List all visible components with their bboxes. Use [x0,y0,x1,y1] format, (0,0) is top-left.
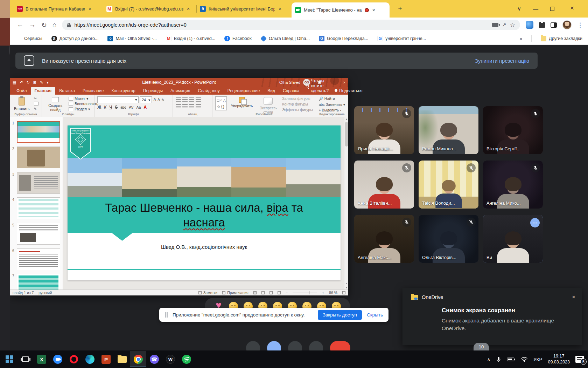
taskbar-chrome-active[interactable] [130,351,146,367]
tab-close-icon[interactable]: × [89,6,91,12]
account-name[interactable]: Olha Shved [279,80,300,84]
extensions-puzzle-icon[interactable] [539,22,545,28]
taskbar-w-app[interactable]: W [162,351,178,367]
font-size-box[interactable]: 24▾ [140,96,152,103]
taskbar-edge[interactable] [82,351,98,367]
participants-count-badge[interactable]: 10 [474,343,489,350]
tab-view[interactable]: Вид [264,87,279,95]
tile-options-icon[interactable]: ⋯ [530,218,540,227]
char-spacing-button[interactable]: AV [129,105,133,109]
layout-button[interactable]: Макет▾ [69,96,98,101]
bookmark-outlook-mail[interactable]: o Mail - Olha Shved -... [107,36,156,41]
reading-view-icon[interactable] [270,291,273,294]
cut-icon[interactable]: ✂ [34,96,38,100]
tray-wifi-icon[interactable] [521,357,528,362]
account-avatar[interactable]: OS [303,79,310,86]
find-button[interactable]: 🔎 Найти [319,96,345,101]
section-button[interactable]: Раздел▾ [69,107,98,111]
ppt-close-button[interactable]: × [343,80,345,84]
toast-close-icon[interactable]: × [572,294,575,301]
shapes-gallery[interactable]: □○△◇▭ ☆{}⌒~ [215,96,227,110]
change-case-button[interactable]: Aa [136,105,141,109]
tab-animations[interactable]: Анимация [167,87,194,95]
bookmark-star-icon[interactable]: ☆ [510,21,515,29]
line-spacing-icon[interactable] [196,97,201,102]
slide-thumbnail-6[interactable] [17,248,60,270]
indent-icon[interactable] [189,97,194,102]
scroll-up-icon[interactable]: ▲ [344,118,349,120]
underline-button[interactable]: Ч [109,105,112,110]
new-tab-button[interactable]: + [396,4,405,13]
bookmark-university[interactable]: G університет грінче... [377,36,426,41]
shape-fill-button[interactable]: Заливка фигуры [282,96,313,101]
zoom-level[interactable]: 86 % [329,291,337,295]
tab-slideshow[interactable]: Слайд-шоу [194,87,223,95]
self-tile[interactable]: ⋯ Ви [483,215,543,263]
action-center-icon[interactable]: 5 [575,356,584,363]
zoom-slider[interactable] [293,293,317,293]
paste-button[interactable]: Вставить [13,96,31,111]
tray-expand-icon[interactable]: ∧ [487,357,490,362]
other-bookmarks[interactable]: Другие закладки [541,36,582,41]
bookmark-facebook[interactable]: f Facebook [224,36,252,41]
bookmark-gmail-inbox[interactable]: M Вхідні (1) - o.shved... [166,36,215,41]
participant-tile[interactable]: Ольга Вікторів... [419,215,478,263]
arrange-button[interactable]: Упорядочить [230,96,254,109]
tab-gmail[interactable]: M Вхідні (7) - o.shved@kubg.edu.ua × [103,0,195,18]
meet-control-button[interactable] [288,341,302,350]
bookmark-services[interactable]: Сервисы [16,36,42,41]
language-indicator[interactable]: русский [38,291,52,295]
window-maximize-button[interactable] [550,7,554,11]
slide-thumbnail-5[interactable] [17,223,60,245]
undo-icon[interactable]: ↶ [20,80,23,85]
share-page-icon[interactable]: ↗ [502,22,506,28]
redo-icon[interactable]: ↻ [27,80,30,85]
zoom-in-icon[interactable]: + [322,291,324,295]
align-center-icon[interactable] [182,104,188,109]
meet-control-button[interactable] [309,341,323,350]
slide-canvas[interactable]: Київський університет імені Бориса Грінч… [63,117,344,289]
tab-meet-active[interactable]: Meet: "Тарас Шевченко - на × [292,2,390,18]
format-painter-icon[interactable]: ✎ [34,107,38,111]
comments-button[interactable]: Примечания [222,291,248,295]
tab-draw[interactable]: Рисование [79,87,107,95]
slide-thumbnail-1[interactable] [17,121,60,143]
taskbar-file-explorer[interactable] [114,351,130,367]
tray-battery-icon[interactable] [507,357,515,362]
font-color-button[interactable]: А [144,105,147,110]
new-slide-button[interactable]: Создать слайд [45,96,66,113]
task-view-button[interactable] [18,351,34,367]
notes-button[interactable]: Заметки [198,291,217,295]
taskbar-clock[interactable]: 19:17 09.03.2023 [548,353,570,365]
participant-tile[interactable]: Таісія Володи... [419,161,478,209]
lock-icon[interactable] [67,23,71,27]
taskbar-viber[interactable]: ☎ [146,351,162,367]
slide-subtitle[interactable]: Швед О.В., канд.соціологічних наук [68,244,341,250]
taskbar-spotify[interactable] [178,351,195,367]
ppt-minimize-button[interactable]: — [326,80,330,84]
tab-help[interactable]: Справка [279,87,303,95]
numbering-icon[interactable] [182,97,188,102]
subscript-button[interactable]: abc [120,105,126,109]
tab-close-icon[interactable]: × [372,7,375,13]
tab-close-icon[interactable]: × [187,6,190,12]
stop-access-button[interactable]: Закрыть доступ [318,310,362,320]
slide-1[interactable]: Київський університет імені Бориса Грінч… [68,125,341,280]
clear-format-icon[interactable]: ✎ [161,98,164,102]
taskbar-powerpoint[interactable]: P [98,351,114,367]
slide-sorter-icon[interactable] [261,291,265,294]
taskbar-opera[interactable] [66,351,82,367]
participant-tile[interactable]: Роман Микола... [419,106,478,154]
italic-button[interactable]: К [104,105,106,110]
columns-icon[interactable] [196,104,201,109]
onedrive-notification[interactable]: OneDrive × Снимок экрана сохранен Снимок… [402,288,582,345]
shrink-font-icon[interactable]: А [158,98,160,102]
tab-home[interactable]: Главная [31,87,56,95]
side-panel-icon[interactable] [551,22,557,28]
home-icon[interactable]: ⌂ [52,21,56,29]
bookmark-google-translate[interactable]: G Google Переклада... [319,36,368,41]
participant-tile[interactable]: Анна Віталіївн... [354,161,414,209]
browser-menu-icon[interactable]: ⋮ [577,21,583,29]
meet-control-active-button[interactable] [267,341,281,350]
share-button[interactable]: Поделиться [330,88,366,95]
